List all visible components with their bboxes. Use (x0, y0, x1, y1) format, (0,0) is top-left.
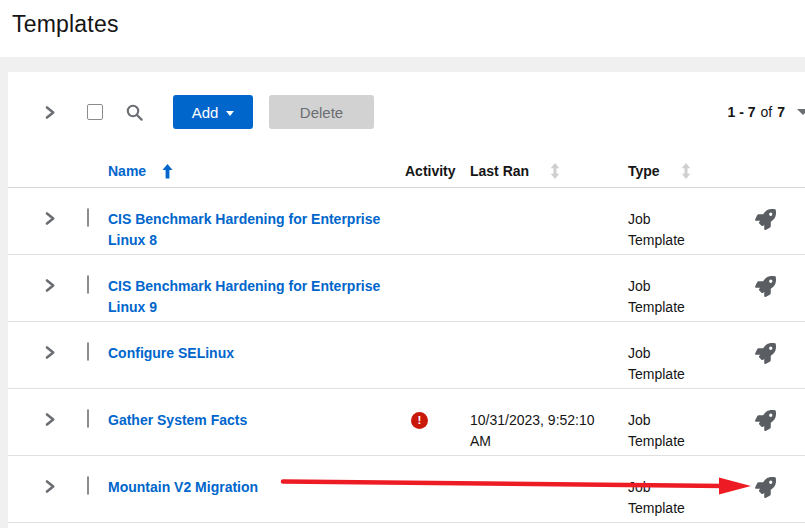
launch-rocket-icon[interactable] (755, 343, 776, 364)
sort-toggle-icon[interactable] (550, 163, 560, 179)
select-all-checkbox[interactable] (87, 104, 103, 120)
template-type: Job Template (628, 276, 698, 318)
chevron-right-icon (44, 105, 56, 120)
table-row: Configure SELinux Job Template (8, 322, 805, 389)
delete-button-label: Delete (300, 104, 343, 121)
page-title: Templates (0, 0, 805, 38)
expand-row-button[interactable] (44, 345, 56, 360)
search-icon (126, 104, 143, 121)
chevron-right-icon (44, 345, 56, 360)
template-type: Job Template (628, 343, 698, 385)
template-type: Job Template (628, 410, 698, 452)
template-name-link[interactable]: Mountain V2 Migration (108, 477, 258, 498)
expand-all-button[interactable] (44, 105, 56, 120)
template-type: Job Template (628, 209, 698, 251)
table-row: CIS Benchmark Hardening for Enterprise L… (8, 255, 805, 322)
sort-ascending-icon[interactable] (162, 164, 173, 179)
template-name-link[interactable]: Gather System Facts (108, 410, 247, 431)
row-checkbox[interactable] (87, 275, 89, 294)
chevron-right-icon (44, 412, 56, 427)
column-header-activity: Activity (405, 163, 456, 179)
column-header-type[interactable]: Type (628, 163, 660, 179)
search-button[interactable] (126, 104, 143, 121)
pagination-caret-icon[interactable] (797, 109, 805, 115)
pagination: 1 - 7 of 7 (728, 104, 805, 120)
sort-toggle-icon[interactable] (681, 163, 691, 179)
table-row: Mountain V2 Migration Job Template (8, 456, 805, 523)
table-row: CIS Benchmark Hardening for Enterprise L… (8, 188, 805, 255)
add-button[interactable]: Add (173, 95, 253, 129)
chevron-right-icon (44, 278, 56, 293)
delete-button[interactable]: Delete (269, 95, 374, 129)
job-failed-status-icon[interactable]: ! (411, 412, 428, 429)
expand-row-button[interactable] (44, 412, 56, 427)
expand-row-button[interactable] (44, 479, 56, 494)
toolbar: Add Delete 1 - 7 of 7 (8, 95, 805, 129)
template-type: Job Template (628, 477, 698, 519)
column-header-last-ran[interactable]: Last Ran (470, 163, 529, 179)
add-button-label: Add (192, 104, 219, 121)
page-background: Add Delete 1 - 7 of 7 Name (0, 57, 805, 528)
pagination-total: 7 (777, 104, 785, 120)
pagination-range: 1 - 7 (728, 104, 756, 120)
row-checkbox[interactable] (87, 409, 89, 428)
exclamation-glyph: ! (418, 415, 422, 427)
launch-rocket-icon[interactable] (755, 477, 776, 498)
row-checkbox[interactable] (87, 476, 89, 495)
expand-row-button[interactable] (44, 211, 56, 226)
launch-rocket-icon[interactable] (755, 410, 776, 431)
launch-rocket-icon[interactable] (755, 209, 776, 230)
pagination-of-label: of (761, 104, 773, 120)
column-header-name[interactable]: Name (108, 163, 146, 179)
table-header-row: Name Activity Last Ran Type (8, 129, 805, 188)
expand-row-button[interactable] (44, 278, 56, 293)
template-name-link[interactable]: Configure SELinux (108, 343, 234, 364)
table-row: Gather System Facts ! 10/31/2023, 9:52:1… (8, 389, 805, 456)
template-name-link[interactable]: CIS Benchmark Hardening for Enterprise L… (108, 276, 395, 318)
chevron-right-icon (44, 479, 56, 494)
last-ran-timestamp: 10/31/2023, 9:52:10 AM (470, 410, 608, 452)
row-checkbox[interactable] (87, 342, 89, 361)
templates-page: Templates Add Delete (0, 0, 805, 57)
caret-down-icon (226, 111, 234, 116)
chevron-right-icon (44, 211, 56, 226)
launch-rocket-icon[interactable] (755, 276, 776, 297)
templates-card: Add Delete 1 - 7 of 7 Name (8, 72, 805, 528)
template-name-link[interactable]: CIS Benchmark Hardening for Enterprise L… (108, 209, 395, 251)
page-title-bar: Templates (0, 0, 805, 57)
row-checkbox[interactable] (87, 208, 89, 227)
